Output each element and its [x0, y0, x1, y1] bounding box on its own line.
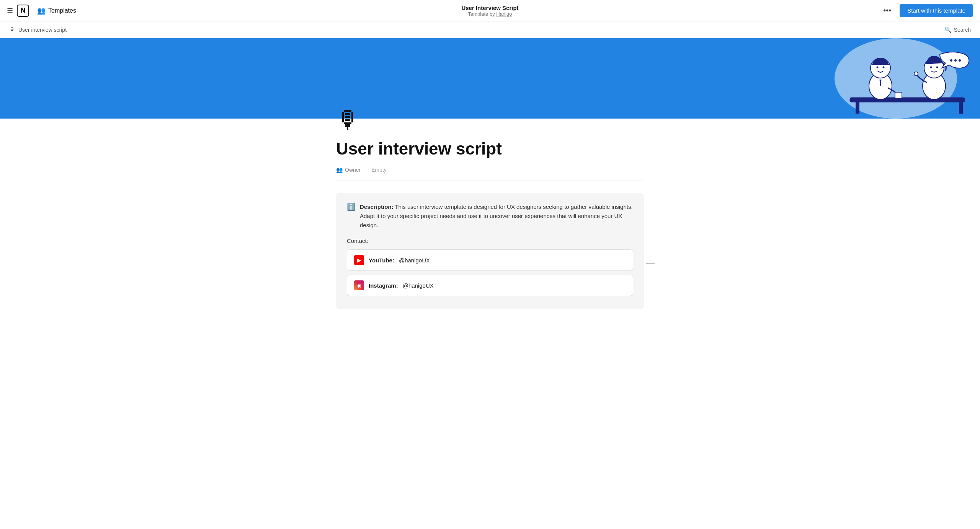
svg-point-13	[914, 72, 918, 76]
youtube-contact-card[interactable]: ▶ YouTube: @hanigoUX	[347, 249, 633, 271]
search-icon: 🔍	[944, 26, 952, 33]
youtube-handle: @hanigoUX	[399, 257, 430, 264]
svg-rect-8	[895, 92, 902, 98]
instagram-contact-card[interactable]: ◉ Instagram: @hanigoUX	[347, 275, 633, 296]
svg-point-6	[877, 67, 879, 68]
hamburger-icon[interactable]: ☰	[7, 7, 13, 15]
instagram-platform: Instagram:	[369, 282, 398, 289]
notion-logo-letter: N	[21, 7, 26, 15]
description-prefix: Description:	[360, 203, 394, 210]
svg-point-11	[930, 67, 932, 68]
property-label-text: Owner	[345, 167, 361, 173]
instagram-icon: ◉	[354, 280, 364, 290]
svg-point-7	[883, 67, 885, 68]
properties-section: 👥 Owner Empty	[336, 167, 644, 181]
description-header: ℹ️ Description: This user interview temp…	[347, 202, 633, 230]
svg-rect-2	[856, 102, 859, 114]
svg-point-15	[954, 59, 957, 62]
description-card: ℹ️ Description: This user interview temp…	[336, 193, 644, 309]
page-title-nav: User Interview Script	[461, 5, 518, 11]
youtube-icon: ▶	[354, 255, 364, 265]
start-template-button[interactable]: Start with this template	[900, 4, 973, 17]
templates-icon: 👥	[37, 7, 46, 15]
hero-illustration	[781, 38, 980, 119]
owner-icon: 👥	[336, 167, 343, 173]
page-subtitle-nav: Template by Hanigo	[461, 11, 518, 17]
contact-label: Contact:	[347, 238, 633, 244]
breadcrumb-left: 🎙 User interview script	[9, 26, 67, 33]
info-icon: ℹ️	[347, 203, 355, 211]
more-options-button[interactable]: •••	[880, 5, 894, 16]
description-text: Description: This user interview templat…	[360, 202, 633, 230]
svg-rect-1	[850, 98, 965, 102]
nav-center: User Interview Script Template by Hanigo	[461, 5, 518, 17]
svg-point-12	[936, 67, 938, 68]
top-navigation: ☰ N 👥 Templates User Interview Script Te…	[0, 0, 980, 21]
templates-label: Templates	[48, 7, 76, 14]
author-link[interactable]: Hanigo	[496, 11, 512, 17]
property-label: 👥 Owner	[336, 167, 367, 173]
description-body: This user interview template is designed…	[360, 203, 633, 228]
breadcrumb-icon: 🎙	[9, 26, 15, 33]
svg-point-14	[950, 59, 952, 62]
svg-point-16	[959, 59, 961, 62]
hero-svg	[781, 38, 980, 119]
hero-banner	[0, 38, 980, 119]
template-by-label: Template by	[468, 11, 495, 17]
contact-section: Contact: ▶ YouTube: @hanigoUX ◉ Instagra…	[347, 238, 633, 296]
templates-nav-item[interactable]: 👥 Templates	[37, 7, 76, 15]
property-value[interactable]: Empty	[371, 167, 417, 173]
search-button[interactable]: 🔍 Search	[944, 26, 971, 33]
instagram-handle: @hanigoUX	[403, 282, 434, 289]
search-label: Search	[954, 27, 971, 33]
nav-divider	[33, 7, 33, 15]
breadcrumb-bar: 🎙 User interview script 🔍 Search	[0, 21, 980, 38]
property-row-owner: 👥 Owner Empty	[336, 167, 417, 173]
page-body: — 🎙 User interview script 👥 Owner Empty …	[318, 108, 662, 340]
notion-logo[interactable]: N	[17, 5, 29, 17]
svg-rect-3	[959, 102, 963, 114]
collapse-toggle[interactable]: —	[646, 259, 655, 267]
page-icon: 🎙	[336, 108, 644, 132]
nav-left: ☰ N 👥 Templates	[7, 5, 76, 17]
nav-right: ••• Start with this template	[880, 4, 973, 17]
breadcrumb-label: User interview script	[18, 27, 67, 33]
youtube-platform: YouTube:	[369, 257, 394, 264]
page-main-title: User interview script	[336, 139, 644, 158]
